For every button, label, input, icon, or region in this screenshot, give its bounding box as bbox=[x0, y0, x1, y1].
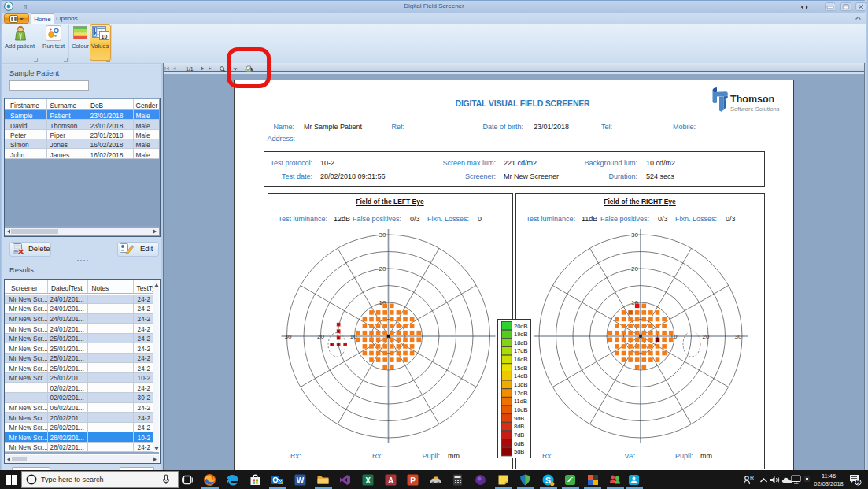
svg-text:20: 20 bbox=[703, 333, 710, 340]
svg-text:X: X bbox=[365, 476, 371, 485]
svg-text:30: 30 bbox=[285, 333, 292, 340]
svg-text:P: P bbox=[410, 476, 416, 485]
svg-text:10: 10 bbox=[102, 34, 108, 39]
svg-text:30: 30 bbox=[735, 333, 742, 340]
svg-text:2: 2 bbox=[857, 480, 860, 485]
svg-text:A: A bbox=[388, 476, 393, 485]
svg-text:S: S bbox=[545, 476, 551, 485]
svg-text:W: W bbox=[297, 476, 305, 485]
svg-text:30: 30 bbox=[379, 232, 386, 239]
svg-text:20: 20 bbox=[379, 265, 386, 272]
svg-text:20: 20 bbox=[631, 265, 638, 272]
svg-text:30: 30 bbox=[631, 232, 638, 239]
svg-text:20: 20 bbox=[317, 333, 324, 340]
svg-text:R: R bbox=[750, 475, 754, 480]
